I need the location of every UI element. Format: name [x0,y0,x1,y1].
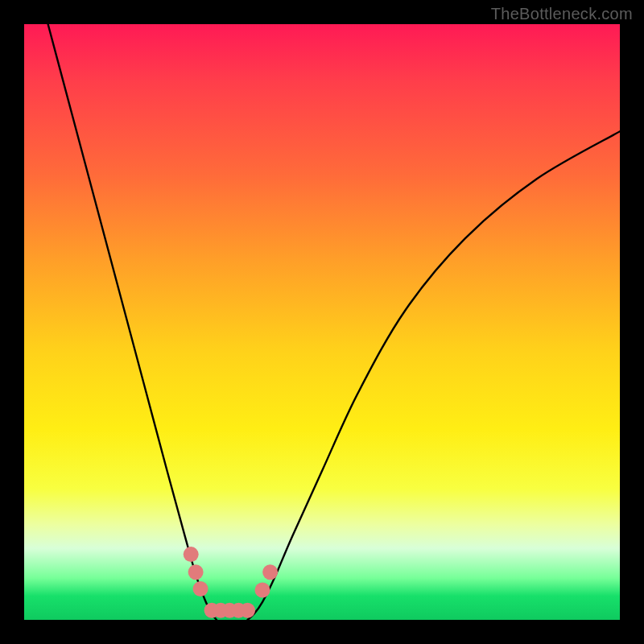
plot-area [24,24,620,620]
marker-point [193,581,208,597]
watermark-text: TheBottleneck.com [491,5,633,23]
chart-frame: TheBottleneck.com [0,0,644,644]
markers-group [184,547,278,618]
chart-svg [24,24,620,620]
curves-group [48,24,620,620]
marker-point [188,564,204,580]
marker-point [262,564,278,580]
series-curve-left [48,24,217,620]
marker-point [184,547,199,562]
series-curve-right [248,131,621,620]
marker-point [240,603,255,618]
marker-point [255,583,270,598]
